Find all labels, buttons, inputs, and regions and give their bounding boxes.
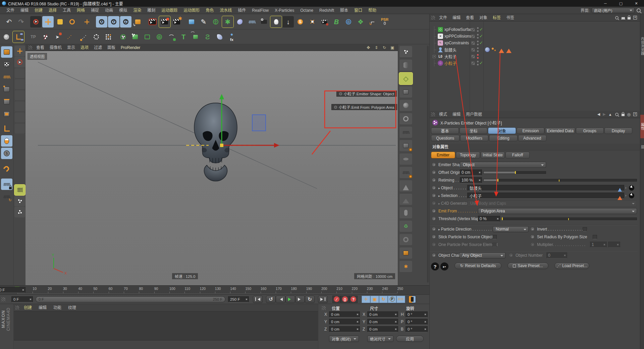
expand-arrow-icon[interactable]: ›: [625, 194, 628, 197]
drag-handle[interactable]: [28, 46, 32, 50]
bullet-b-icon[interactable]: B: [331, 16, 342, 28]
target-icon[interactable]: ◎: [627, 112, 631, 117]
metaball-shell-icon[interactable]: [234, 16, 246, 28]
menu-item[interactable]: X-Particles: [272, 7, 297, 14]
play-icon[interactable]: [285, 296, 295, 303]
expand-icon[interactable]: +: [433, 55, 436, 58]
attr-tab[interactable]: 对象: [488, 128, 516, 134]
active-tool-highlight-icon[interactable]: [14, 185, 25, 195]
motion-clip-icon[interactable]: [319, 16, 330, 28]
attr-tab[interactable]: Questions: [431, 135, 460, 141]
green-letter-t-icon[interactable]: T: [178, 31, 189, 43]
subtab[interactable]: Topology: [456, 152, 480, 158]
menu-item[interactable]: 雕刻: [144, 7, 158, 14]
size-y-input[interactable]: 0 cm: [367, 319, 398, 325]
workplane-lshape-icon[interactable]: [13, 31, 24, 43]
layer-toggle[interactable]: [471, 61, 475, 65]
enabled-check-icon[interactable]: ✓: [479, 34, 483, 39]
menu-item[interactable]: 创建: [32, 7, 46, 14]
search-icon[interactable]: [615, 16, 619, 19]
render-picture-viewer-icon[interactable]: [159, 16, 170, 28]
subtab[interactable]: Emitter: [431, 152, 455, 158]
xparticles-x-icon[interactable]: ✕: [307, 16, 318, 28]
attr-menu-item[interactable]: 用户数据: [463, 111, 485, 118]
size-mode-select[interactable]: 绝对尺寸: [367, 336, 393, 342]
material-list[interactable]: [14, 311, 318, 340]
attr-tab[interactable]: Modifiers: [460, 135, 489, 141]
menu-item[interactable]: Octane: [297, 7, 316, 14]
set-radius-checkbox[interactable]: [593, 235, 597, 239]
camera-icon[interactable]: [258, 16, 270, 28]
object-name[interactable]: 大粒子: [444, 54, 457, 59]
attr-tab[interactable]: Advanced: [518, 135, 547, 141]
shelf-recycle-icon[interactable]: ♻: [399, 220, 413, 232]
coordinate-system-icon[interactable]: ↳: [132, 16, 144, 28]
points-mode-icon[interactable]: [1, 84, 12, 95]
psr-reset-icon[interactable]: PSR0: [379, 16, 390, 28]
current-frame-input[interactable]: 0 F: [0, 287, 25, 293]
pos-y-input[interactable]: 0 cm: [329, 319, 360, 325]
visibility-dots[interactable]: [477, 54, 479, 59]
drag-handle[interactable]: [431, 16, 435, 20]
om-menu-item[interactable]: 书签: [503, 14, 517, 21]
menu-item[interactable]: 渲染: [130, 7, 144, 14]
render-settings-icon[interactable]: ✱: [171, 16, 182, 28]
undo-icon[interactable]: ↶: [3, 16, 15, 28]
menu-item[interactable]: 运动图形: [180, 7, 203, 14]
polygon-selection-tag-icon[interactable]: [499, 46, 504, 53]
object-link-field[interactable]: 骷髅头: [467, 185, 624, 191]
soft-selection-icon[interactable]: S: [1, 148, 12, 159]
reset-defaults-button[interactable]: ↻Reset to Defaults: [454, 262, 501, 269]
hud-emitter-shape[interactable]: 小粒子.Emitter Shape: Object: [336, 91, 397, 97]
save-preset-button[interactable]: Save Preset...: [507, 262, 548, 269]
offset-origin-slider[interactable]: [483, 171, 546, 174]
stick-checkbox[interactable]: [492, 235, 497, 239]
orbit-icon[interactable]: ↻: [382, 45, 387, 50]
om-menu-item[interactable]: 文件: [436, 14, 450, 21]
key-rotation-icon[interactable]: ↻: [379, 296, 388, 303]
anim-dot-icon[interactable]: [531, 235, 534, 238]
pick-object-icon[interactable]: [629, 185, 634, 191]
shelf-plane-icon[interactable]: [399, 126, 413, 138]
material-menu-item[interactable]: 功能: [50, 304, 65, 311]
viewport-menu-item[interactable]: 选项: [78, 44, 91, 51]
layer-toggle[interactable]: [471, 41, 475, 45]
visibility-dots[interactable]: [477, 27, 479, 32]
attr-tab[interactable]: Display: [604, 128, 632, 134]
workplane-page-icon[interactable]: ⌐↳: [367, 16, 378, 28]
layer-toggle[interactable]: [471, 35, 475, 38]
workplane-mode-icon[interactable]: [1, 71, 12, 83]
menu-item[interactable]: 动画: [102, 7, 116, 14]
shelf-cylinder-icon[interactable]: [399, 59, 413, 71]
om-menu-item[interactable]: 编辑: [450, 14, 463, 21]
new-panel-icon[interactable]: [633, 112, 637, 116]
object-name[interactable]: xpConstraints: [444, 41, 469, 45]
menu-item[interactable]: 运动跟踪: [158, 7, 180, 14]
axis-mode-icon[interactable]: [1, 123, 12, 134]
live-selection-icon[interactable]: ➤: [30, 16, 42, 28]
key-point-level-icon[interactable]: ∷∷: [396, 296, 405, 303]
object-row[interactable]: 骷髅头: [430, 46, 640, 53]
selection-link-field[interactable]: 小粒子: [467, 193, 624, 199]
orange-dot-diagonal-icon[interactable]: ⋰: [64, 31, 75, 43]
texture-mode-icon[interactable]: [1, 59, 12, 70]
add-layout-icon[interactable]: [633, 16, 637, 19]
redo-icon[interactable]: ↷: [15, 16, 27, 28]
tab-layers[interactable]: 层: [640, 140, 644, 154]
workplane-lock-icon[interactable]: [1, 179, 12, 190]
layer-toggle[interactable]: [471, 48, 475, 52]
invert-checkbox[interactable]: [583, 227, 587, 232]
menu-item[interactable]: 捕捉: [88, 7, 102, 14]
floor-grid-icon[interactable]: [246, 16, 258, 28]
gravity-down-arrow-icon[interactable]: ↓: [282, 16, 294, 28]
close-button[interactable]: ✕: [629, 0, 644, 7]
move-tool-icon[interactable]: [14, 46, 25, 56]
pan-icon[interactable]: ✥: [366, 45, 371, 50]
green-cube-cluster-icon[interactable]: [129, 31, 141, 43]
filmstrip-icon[interactable]: [409, 296, 416, 303]
menu-item[interactable]: 流水线: [217, 7, 235, 14]
snap-magnet-icon[interactable]: [1, 163, 12, 174]
current-frame-input[interactable]: 0 F: [11, 296, 33, 302]
om-menu-item[interactable]: 查看: [463, 14, 477, 21]
visibility-dots[interactable]: [477, 41, 479, 45]
